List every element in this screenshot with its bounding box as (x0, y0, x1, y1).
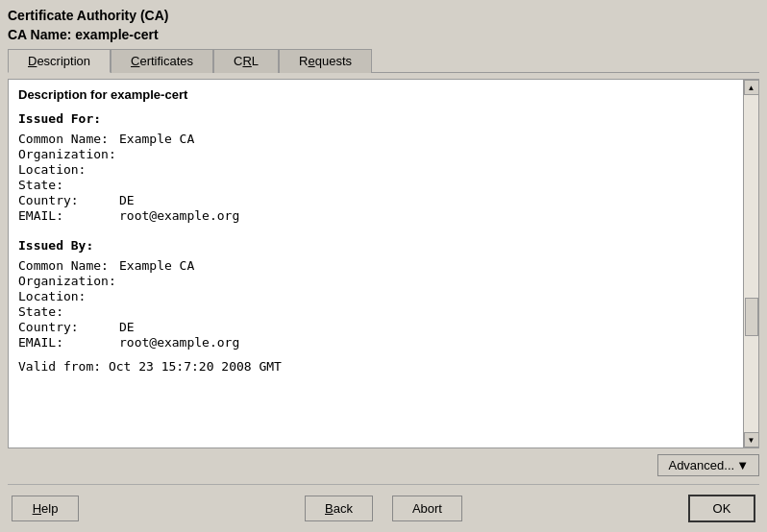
tab-description[interactable]: Description (8, 49, 111, 73)
ok-button-label: OK (713, 501, 731, 516)
value-country-for: DE (119, 193, 135, 207)
scrollbar-up-button[interactable]: ▲ (744, 80, 759, 95)
bottom-center: Back Abort (305, 496, 462, 521)
label-location-by: Location: (18, 289, 119, 303)
window-title: Certificate Authority (CA) (8, 8, 759, 23)
abort-button-label: Abort (412, 501, 442, 516)
bottom-left: Help (12, 496, 79, 521)
field-email-by: EMAIL: root@example.org (18, 335, 733, 350)
abort-button[interactable]: Abort (392, 496, 462, 521)
scrollbar-thumb-area[interactable] (744, 95, 758, 432)
value-email-for: root@example.org (119, 208, 239, 223)
field-state-by: State: (18, 304, 733, 319)
label-common-name-by: Common Name: (18, 258, 119, 273)
field-common-name-by: Common Name: Example CA (18, 258, 733, 273)
label-common-name-for: Common Name: (18, 132, 119, 146)
value-country-by: DE (119, 320, 135, 334)
value-common-name-for: Example CA (119, 132, 194, 146)
description-inner[interactable]: Description for example-cert Issued For:… (9, 80, 743, 447)
tab-requests-label: Requests (299, 54, 352, 68)
tab-certificates[interactable]: Certificates (111, 49, 213, 73)
field-country-for: Country: DE (18, 193, 733, 207)
field-country-by: Country: DE (18, 320, 733, 334)
field-email-for: EMAIL: root@example.org (18, 208, 733, 223)
label-location-for: Location: (18, 162, 119, 177)
issued-by-label: Issued By: (18, 238, 733, 253)
value-email-by: root@example.org (119, 335, 239, 350)
field-location-by: Location: (18, 289, 733, 303)
value-common-name-by: Example CA (119, 258, 194, 273)
field-location-for: Location: (18, 162, 733, 177)
tabs-row: Description Certificates CRL Requests (8, 48, 759, 73)
ok-button[interactable]: OK (688, 495, 755, 522)
label-state-for: State: (18, 178, 119, 192)
label-country-by: Country: (18, 320, 119, 334)
advanced-row: Advanced... ▼ (8, 454, 759, 476)
bottom-bar: Help Back Abort OK (8, 484, 759, 532)
content-area: Description for example-cert Issued For:… (8, 73, 759, 484)
field-org-by: Organization: (18, 274, 733, 288)
back-button[interactable]: Back (305, 496, 373, 521)
tab-certificates-label: Certificates (131, 54, 193, 68)
main-window: Certificate Authority (CA) CA Name: exam… (0, 0, 767, 532)
help-button[interactable]: Help (12, 496, 79, 521)
tab-crl[interactable]: CRL (213, 49, 279, 73)
bottom-right: OK (688, 495, 755, 522)
tab-requests[interactable]: Requests (279, 49, 372, 73)
advanced-button-label: Advanced... (668, 458, 734, 472)
field-state-for: State: (18, 178, 733, 192)
valid-from: Valid from: Oct 23 15:7:20 2008 GMT (18, 359, 733, 374)
issued-for-label: Issued For: (18, 111, 733, 126)
label-org-by: Organization: (18, 274, 119, 288)
desc-title: Description for example-cert (18, 87, 733, 102)
scrollbar-track[interactable]: ▲ ▼ (743, 80, 758, 447)
label-email-for: EMAIL: (18, 208, 119, 223)
field-org-for: Organization: (18, 147, 733, 161)
label-email-by: EMAIL: (18, 335, 119, 350)
description-box: Description for example-cert Issued For:… (8, 79, 759, 448)
label-org-for: Organization: (18, 147, 119, 161)
advanced-button[interactable]: Advanced... ▼ (657, 454, 759, 476)
back-button-label: Back (325, 501, 353, 516)
tab-description-label: Description (28, 54, 90, 68)
label-country-for: Country: (18, 193, 119, 207)
help-button-label: Help (33, 501, 59, 516)
label-state-by: State: (18, 304, 119, 319)
scrollbar-thumb[interactable] (745, 298, 758, 336)
field-common-name-for: Common Name: Example CA (18, 132, 733, 146)
advanced-dropdown-icon: ▼ (736, 458, 749, 472)
scrollbar-down-button[interactable]: ▼ (744, 432, 759, 447)
ca-name: CA Name: example-cert (8, 27, 759, 42)
tab-crl-label: CRL (234, 54, 259, 68)
